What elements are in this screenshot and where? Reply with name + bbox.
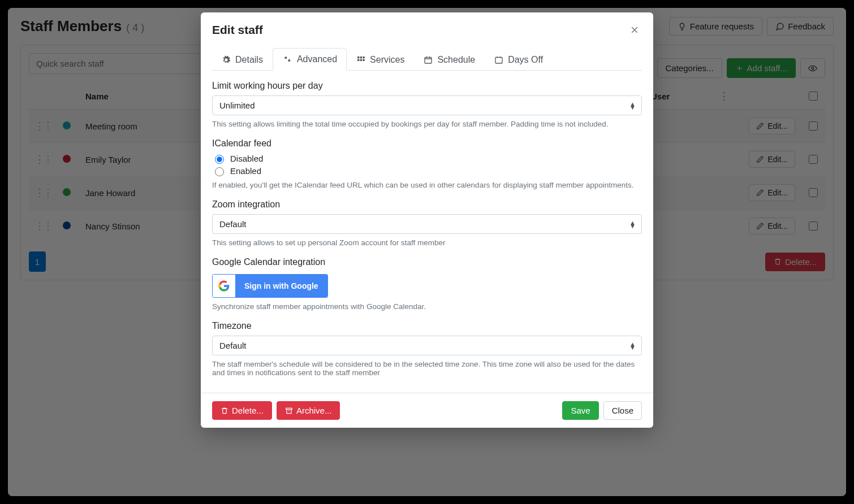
- tab-services[interactable]: Services: [347, 48, 414, 71]
- modal-overlay: Edit staff × Details Advanced Services: [8, 8, 846, 496]
- grid-icon: [356, 55, 365, 64]
- tz-label: Timezone: [212, 321, 642, 331]
- svg-rect-9: [425, 57, 432, 63]
- tab-daysoff[interactable]: Days Off: [485, 48, 553, 71]
- gears-icon: [282, 55, 292, 64]
- zoom-select[interactable]: Default: [212, 214, 642, 234]
- svg-rect-10: [495, 57, 502, 63]
- zoom-help: This setting allows to set up personal Z…: [212, 238, 642, 247]
- tab-advanced[interactable]: Advanced: [273, 48, 347, 71]
- tab-details[interactable]: Details: [212, 48, 273, 71]
- chevron-updown-icon: ▲▼: [629, 221, 636, 228]
- ical-label: ICalendar feed: [212, 138, 642, 149]
- ical-help: If enabled, you'll get the ICalendar fee…: [212, 181, 642, 189]
- chevron-updown-icon: ▲▼: [629, 342, 636, 349]
- close-icon[interactable]: ×: [627, 21, 642, 38]
- svg-rect-7: [360, 59, 362, 60]
- tab-schedule[interactable]: Schedule: [414, 48, 485, 71]
- svg-rect-5: [363, 57, 364, 58]
- google-signin-label: Sign in with Google: [235, 275, 327, 297]
- google-label: Google Calendar integration: [212, 257, 642, 267]
- edit-staff-modal: Edit staff × Details Advanced Services: [201, 12, 653, 428]
- chevron-updown-icon: ▲▼: [629, 102, 636, 109]
- ical-disabled-label: Disabled: [230, 154, 263, 163]
- svg-rect-3: [357, 57, 359, 58]
- modal-delete-button[interactable]: Delete...: [212, 401, 272, 420]
- limit-label: Limit working hours per day: [212, 81, 642, 91]
- ical-enabled-radio[interactable]: [215, 167, 224, 176]
- calendar-icon: [424, 55, 433, 64]
- zoom-label: Zoom integration: [212, 199, 642, 210]
- trash-icon: [221, 407, 228, 415]
- google-signin-button[interactable]: Sign in with Google: [212, 274, 328, 298]
- svg-rect-6: [357, 59, 359, 60]
- svg-rect-11: [286, 408, 292, 409]
- google-icon: [213, 275, 235, 297]
- svg-point-2: [288, 59, 290, 62]
- svg-point-1: [284, 57, 287, 59]
- close-button[interactable]: Close: [603, 401, 642, 420]
- modal-archive-button[interactable]: Archive...: [277, 401, 340, 420]
- limit-select[interactable]: Unlimited: [212, 95, 642, 115]
- limit-help: This setting allows limiting the total t…: [212, 120, 642, 128]
- tz-select[interactable]: Default: [212, 336, 642, 355]
- google-help: Synchronize staff member appointments wi…: [212, 302, 642, 311]
- ical-disabled-radio[interactable]: [215, 155, 224, 164]
- calendar-empty-icon: [494, 55, 503, 64]
- svg-rect-8: [363, 59, 364, 60]
- svg-rect-4: [360, 57, 362, 58]
- save-button[interactable]: Save: [562, 401, 598, 420]
- ical-enabled-label: Enabled: [230, 166, 261, 176]
- modal-title: Edit staff: [212, 23, 263, 37]
- gear-icon: [222, 55, 231, 64]
- archive-icon: [285, 407, 293, 415]
- tz-help: The staff member's schedule will be cons…: [212, 360, 642, 377]
